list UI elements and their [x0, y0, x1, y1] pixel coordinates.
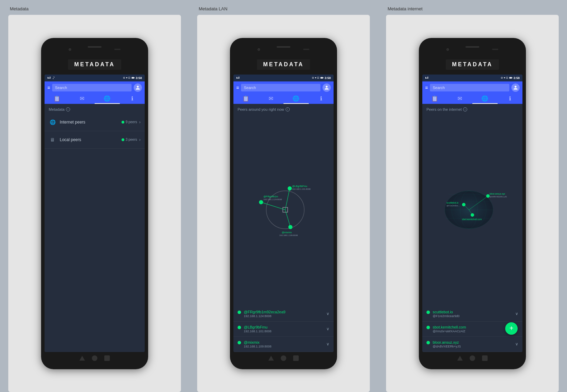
status-time-3: 3:58	[513, 76, 520, 80]
add-peer-fab[interactable]: +	[505, 322, 518, 335]
svg-point-42	[471, 213, 474, 217]
profile-btn-2[interactable]	[323, 84, 331, 92]
tab-info-3[interactable]: ℹ	[498, 95, 523, 104]
svg-text:192.168.1.101:8008: 192.168.1.101:8008	[292, 188, 311, 190]
phone-1-header: METADATA	[45, 56, 145, 75]
svg-rect-28	[509, 77, 512, 79]
svg-text:bloor.ansuz.xyz: bloor.ansuz.xyz	[490, 193, 506, 195]
svg-text:@F1re2m9ce...: @F1re2m9ce...	[446, 205, 460, 207]
phone-2: METADATA ⊖ ▾ ⊡ 3:58 ≡ Search	[230, 38, 337, 369]
tab-local-1[interactable]: 📋	[45, 95, 70, 104]
lan-peer-2-addr: 192.168.1.101:8008	[244, 330, 326, 333]
svg-text:sbot.kemitchell.com: sbot.kemitchell.com	[462, 218, 482, 220]
svg-point-16	[259, 200, 263, 204]
app-title-3: METADATA	[446, 59, 499, 70]
phone-1: METADATA ⊖ ▾ ⊡ 3:58 ≡	[41, 38, 148, 369]
svg-text:@FRgr9fb1m: @FRgr9fb1m	[263, 195, 278, 198]
tab-messages-2[interactable]: ✉	[259, 95, 284, 104]
svg-point-43	[486, 194, 490, 198]
phone-3-header: METADATA	[422, 56, 522, 75]
status-time-1: 3:58	[136, 76, 142, 80]
tab-network-1[interactable]: 🌐	[95, 95, 120, 104]
tab-local-2[interactable]: 📋	[233, 95, 259, 104]
tab-info-2[interactable]: ℹ	[309, 95, 334, 104]
svg-text:192.168.1.109:8008: 192.168.1.109:8008	[279, 234, 298, 236]
status-time-2: 3:58	[325, 76, 331, 80]
svg-point-3	[53, 78, 54, 79]
section-info-icon-3: i	[463, 107, 467, 111]
local-peers-count: 3 peers	[126, 138, 137, 141]
lan-peer-1[interactable]: @FRgr9fb1m92eca2ea9 192.168.1.124:8008 ∨	[233, 306, 334, 322]
inet-peer-1[interactable]: scuttlebot.io @F1re2m9cear9d0 ∨	[422, 306, 522, 322]
lan-network-viz: @FRgr9fb1m 192.168.1.124:8008 @LBgr9bFmu…	[233, 114, 334, 306]
lan-peer-2-name: @LBgr9bFmu	[244, 325, 326, 329]
internet-globe-viz: bloor.ansuz.xyz @dABVXEERk+yJS scuttlebo…	[422, 114, 522, 306]
tab-network-3[interactable]: 🌐	[472, 95, 498, 104]
svg-point-17	[288, 186, 292, 190]
tab-messages-3[interactable]: ✉	[448, 95, 473, 104]
inet-peer-1-handle: @F1re2m9cear9d0	[433, 314, 515, 318]
search-box-1[interactable]: Search	[52, 84, 132, 91]
svg-rect-9	[320, 77, 323, 79]
svg-rect-4	[132, 77, 134, 79]
lan-peer-1-addr: 192.168.1.124:8008	[244, 314, 326, 318]
local-icon: 🖥	[49, 136, 56, 144]
svg-rect-2	[50, 77, 50, 79]
svg-text:192.168.1.124:8008: 192.168.1.124:8008	[263, 198, 282, 200]
svg-point-41	[462, 203, 465, 206]
search-box-2[interactable]: Search	[241, 84, 320, 91]
svg-rect-29	[512, 78, 512, 78]
tab-local-3[interactable]: 📋	[422, 95, 448, 104]
svg-rect-25	[425, 77, 426, 79]
phone-3-screen: ⊖ ▾ ⊡ 3:58 ≡ Search 📋 ✉ 🌐 ℹ	[422, 75, 522, 352]
lan-peer-2[interactable]: @LBgr9bFmu 192.168.1.101:8008 ∨	[233, 322, 334, 337]
svg-text:@dABVXEERk+yJS: @dABVXEERk+yJS	[490, 196, 507, 198]
svg-rect-26	[426, 78, 427, 79]
lan-peer-1-name: @FRgr9fb1m92eca2ea9	[244, 310, 326, 314]
phone-2-header: METADATA	[233, 56, 334, 75]
phone-1-screen: ⊖ ▾ ⊡ 3:58 ≡ Search 📋 ✉	[45, 75, 145, 352]
tab-network-2[interactable]: 🌐	[284, 95, 309, 104]
inet-peer-3-handle: @dABVXEERk+yJS	[433, 345, 515, 348]
svg-rect-7	[238, 78, 238, 79]
hamburger-3[interactable]: ≡	[425, 85, 428, 90]
hamburger-1[interactable]: ≡	[47, 85, 50, 90]
internet-icon: 🌐	[49, 118, 56, 126]
inet-peer-2-name: sbot.kemitchell.com	[433, 325, 515, 329]
svg-rect-5	[134, 78, 135, 78]
tab-info-1[interactable]: ℹ	[120, 95, 145, 104]
panel-1-label: Metadata	[0, 6, 29, 11]
panel-3: Metadata internet METADATA ⊖ ▾ ⊡	[378, 0, 567, 392]
inet-peer-2-handle: @/rmzlx+aWXAACzAlZ	[433, 330, 515, 333]
internet-peers-label: Internet peers	[60, 120, 122, 125]
panel-2-label: Metadata LAN	[189, 6, 228, 11]
section-info-icon-1: i	[66, 107, 70, 111]
hamburger-2[interactable]: ≡	[236, 85, 239, 90]
local-peers-label: Local peers	[60, 137, 122, 142]
app-title-2: METADATA	[257, 59, 310, 70]
svg-text:@mixmix: @mixmix	[282, 231, 292, 234]
svg-line-13	[261, 202, 285, 210]
app-title-1: METADATA	[68, 59, 121, 70]
profile-btn-3[interactable]	[511, 84, 520, 92]
lan-peer-3-name: @mixmix	[244, 340, 326, 344]
svg-rect-6	[237, 77, 237, 79]
profile-btn-1[interactable]	[134, 84, 142, 92]
tab-messages-1[interactable]: ✉	[70, 95, 95, 104]
svg-point-18	[288, 225, 292, 229]
section-title-1: Metadata	[49, 107, 65, 111]
local-peers-row[interactable]: 🖥 Local peers 3 peers ›	[45, 131, 145, 149]
svg-line-14	[285, 188, 290, 210]
svg-rect-8	[239, 77, 239, 79]
panel-2: Metadata LAN METADATA ⊖ ▾ ⊡	[189, 0, 378, 392]
search-box-3[interactable]: Search	[430, 84, 509, 91]
lan-peer-3[interactable]: @mixmix 192.168.1.109:8008 ∨	[233, 337, 334, 352]
phone-2-screen: ⊖ ▾ ⊡ 3:58 ≡ Search 📋 ✉ 🌐 ℹ	[233, 75, 334, 352]
internet-peers-count: 9 peers	[126, 120, 137, 124]
section-title-3: Peers on the internet	[426, 107, 462, 111]
inet-peer-1-name: scuttlebot.io	[433, 310, 515, 314]
section-title-2: Peers around you right now	[238, 107, 284, 111]
lan-peer-3-addr: 192.168.1.109:8008	[244, 345, 326, 348]
internet-peers-row[interactable]: 🌐 Internet peers 9 peers ›	[45, 114, 145, 131]
inet-peer-3[interactable]: bloor.ansuz.xyz @dABVXEERk+yJS ∨	[422, 337, 522, 352]
